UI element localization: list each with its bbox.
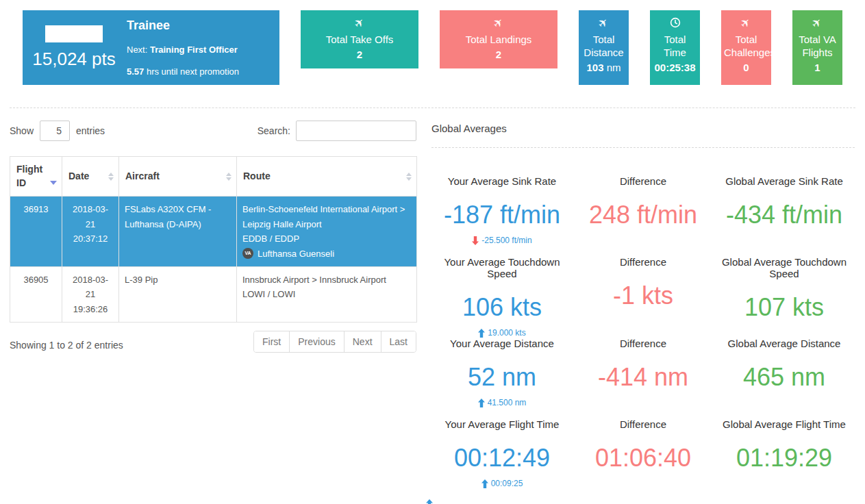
cell-flight-id: 36905 (10, 266, 62, 322)
card-value: 0 (724, 62, 768, 73)
entries-label: entries (76, 125, 105, 136)
metric-value: -414 nm (573, 362, 714, 392)
trend-value: 41.500 nm (488, 398, 527, 407)
cell-date: 2018-03-21 19:36:26 (62, 266, 119, 322)
global-average-cell: Global Average Distance 465 nm (714, 338, 855, 418)
route-codes: LOWI / LOWI (242, 287, 411, 301)
table-controls: Show 5 entries Search: (10, 121, 416, 141)
pagination-previous-button[interactable]: Previous (289, 331, 343, 352)
pagination-next-button[interactable]: Next (344, 331, 381, 352)
entries-select[interactable]: 5 (40, 121, 70, 141)
trend-line: 19.000 kts (431, 328, 573, 338)
pagination-first-button[interactable]: First (254, 331, 289, 352)
trend-line: 00:09:25 (431, 479, 573, 488)
metric-label: Your Average Distance (431, 338, 573, 349)
clock-icon (670, 18, 681, 30)
trend-up-arrow-icon (478, 399, 485, 407)
global-average-cell: Global Average Flight Time 01:19:29 (714, 418, 855, 499)
global-averages-title: Global Averages (431, 121, 855, 134)
rank-card-right: Trainee Next: Training First Officer 5.5… (125, 10, 279, 85)
card-total-time: Total Time 00:25:38 (650, 10, 700, 85)
metric-label: Global Average Flight Time (714, 418, 855, 430)
column-header-aircraft[interactable]: Aircraft (119, 157, 237, 197)
global-average-cell: Global Average Sink Rate -434 ft/min (714, 175, 855, 256)
global-averages-panel: Global Averages Your Average Sink Rate -… (431, 121, 855, 499)
date-value: 2018-03-21 (68, 273, 113, 302)
search-input[interactable] (296, 121, 416, 141)
column-header-flight-id[interactable]: Flight ID (10, 157, 62, 197)
trend-value: 00:09:25 (491, 479, 523, 488)
card-value: 2 (303, 49, 416, 60)
sort-descending-icon (50, 181, 57, 185)
card-label: Total Take Offs (303, 34, 416, 47)
global-averages-grid: Your Average Sink Rate -187 ft/min -25.5… (431, 175, 855, 499)
cell-route: Innsbruck Airport > Innsbruck Airport LO… (237, 266, 417, 322)
rank-image-placeholder (45, 25, 103, 42)
rank-card-left: 15,024 pts (23, 10, 125, 85)
metric-label: Global Average Touchdown Speed (714, 256, 855, 279)
global-averages-divider (431, 147, 855, 148)
plane-icon: ✈ (491, 16, 507, 32)
difference-cell: Difference 248 ft/min (573, 175, 714, 256)
column-header-date[interactable]: Date (62, 157, 119, 197)
metric-label: Difference (573, 175, 714, 187)
plane-icon: ✈ (738, 16, 754, 32)
trend-line: -25.500 ft/min (431, 236, 573, 245)
search-control: Search: (258, 121, 416, 141)
your-average-cell: Your Average Distance 52 nm 41.500 nm (431, 338, 573, 418)
metric-value: 465 nm (714, 362, 855, 392)
sort-icon (108, 173, 114, 181)
date-value: 2018-03-21 (68, 202, 113, 231)
metric-value: 106 kts (431, 292, 573, 323)
metric-label: Global Average Distance (714, 338, 855, 349)
next-rank-value: Training First Officer (150, 45, 238, 55)
trend-up-arrow-icon (481, 479, 488, 488)
va-name: Lufthansa Guenseli (258, 247, 334, 261)
metric-row-touchdown-speed: Your Average Touchdown Speed 106 kts 19.… (431, 256, 855, 338)
card-label: Total Landings (442, 34, 555, 47)
time-value: 20:37:12 (68, 231, 113, 246)
metric-value: 01:19:29 (714, 442, 855, 473)
rank-title: Trainee (127, 18, 273, 33)
column-header-route[interactable]: Route (237, 157, 417, 197)
trend-value: 19.000 kts (488, 328, 525, 338)
route-codes: EDDB / EDDP (242, 231, 411, 246)
card-total-challenges: ✈ Total Challenges 0 (721, 10, 771, 85)
metric-label: Difference (573, 338, 714, 349)
next-rank-line: Next: Training First Officer (127, 45, 273, 55)
search-label: Search: (258, 125, 290, 136)
card-value: 2 (442, 49, 555, 60)
metric-value: -1 kts (573, 280, 714, 311)
show-label: Show (10, 125, 34, 136)
your-average-cell: Your Average Sink Rate -187 ft/min -25.5… (431, 175, 573, 256)
metric-value: -187 ft/min (431, 199, 573, 230)
table-row-flight-36905[interactable]: 36905 2018-03-21 19:36:26 L-39 Pip Innsb… (10, 266, 417, 322)
column-label: Aircraft (125, 171, 160, 181)
entries-info: Showing 1 to 2 of 2 entries (10, 340, 123, 353)
pagination: First Previous Next Last (253, 331, 416, 353)
metric-label: Your Average Sink Rate (431, 175, 573, 187)
cell-aircraft: L-39 Pip (119, 266, 237, 322)
trend-up-arrow-icon (478, 329, 485, 338)
card-total-distance: ✈ Total Distance 103 nm (579, 10, 629, 85)
stats-cards-row: 15,024 pts Trainee Next: Training First … (0, 0, 865, 85)
card-total-landings: ✈ Total Landings 2 (440, 10, 557, 68)
metric-value: -434 ft/min (714, 199, 855, 230)
trend-down-arrow-icon (472, 236, 479, 245)
difference-cell: Difference -414 nm (573, 338, 714, 418)
metric-value: 107 kts (714, 292, 855, 323)
metric-label: Your Average Flight Time (431, 418, 573, 430)
promotion-text: hrs until next promotion (147, 66, 239, 77)
card-label: Total Time (653, 34, 697, 60)
difference-cell: Difference -1 kts (573, 256, 714, 338)
column-label: Route (243, 171, 271, 181)
difference-cell: Difference 01:06:40 (573, 418, 714, 499)
cell-flight-id: 36913 (10, 197, 62, 267)
table-row-flight-36913[interactable]: 36913 2018-03-21 20:37:12 FSLabs A320X C… (10, 197, 417, 267)
pagination-last-button[interactable]: Last (381, 331, 416, 352)
metric-row-flight-time: Your Average Flight Time 00:12:49 00:09:… (431, 418, 855, 499)
card-value: 1 (795, 62, 840, 73)
metric-label: Difference (573, 256, 714, 268)
global-average-cell: Global Average Touchdown Speed 107 kts (714, 256, 855, 338)
promotion-hours: 5.57 (127, 66, 144, 77)
